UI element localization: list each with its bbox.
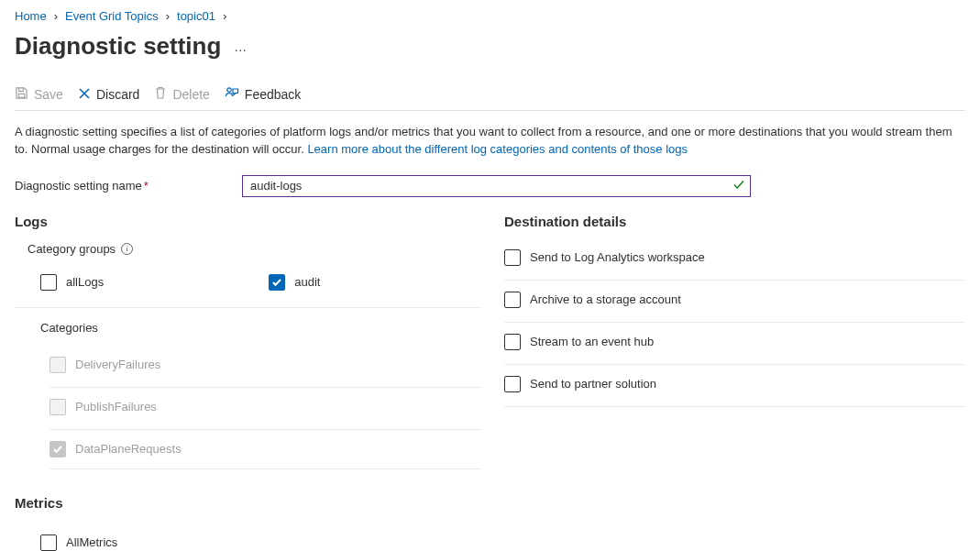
checkbox-alllogs[interactable]: allLogs (40, 274, 104, 291)
checkbox-icon (504, 249, 521, 266)
save-icon (15, 86, 28, 103)
chevron-right-icon: › (162, 9, 173, 23)
checkbox-icon (40, 274, 57, 291)
checkbox-label: PublishFailures (75, 400, 157, 413)
feedback-icon (225, 86, 239, 103)
category-groups-heading: Category groups i (15, 242, 482, 256)
checkbox-label: Stream to an event hub (530, 335, 654, 348)
breadcrumb-topic01[interactable]: topic01 (177, 9, 215, 23)
setting-name-input[interactable] (242, 175, 751, 197)
info-icon[interactable]: i (121, 243, 133, 255)
setting-name-label: Diagnostic setting name* (15, 179, 242, 193)
breadcrumb: Home › Event Grid Topics › topic01 › (15, 9, 965, 23)
checkbox-label: Send to Log Analytics workspace (530, 250, 705, 264)
discard-button[interactable]: Discard (78, 87, 139, 103)
save-button: Save (15, 86, 63, 103)
breadcrumb-event-grid-topics[interactable]: Event Grid Topics (65, 9, 159, 23)
logs-heading: Logs (15, 214, 482, 229)
chevron-right-icon: › (219, 9, 230, 23)
metrics-heading: Metrics (15, 495, 482, 511)
breadcrumb-home[interactable]: Home (15, 9, 47, 23)
checkbox-label: DataPlaneRequests (75, 442, 182, 456)
checkbox-label: Archive to a storage account (530, 292, 681, 306)
checkbox-icon (50, 357, 66, 373)
close-icon (78, 87, 91, 103)
checkbox-dest-storage[interactable]: Archive to a storage account (504, 292, 681, 308)
checkbox-label: DeliveryFailures (75, 358, 160, 371)
more-options-button[interactable]: … (234, 39, 248, 54)
feedback-button[interactable]: Feedback (225, 86, 301, 103)
chevron-right-icon: › (50, 9, 61, 23)
checkbox-icon (504, 334, 521, 350)
save-button-label: Save (34, 87, 63, 102)
checkmark-icon (732, 178, 745, 193)
feedback-button-label: Feedback (245, 87, 301, 102)
checkbox-icon (504, 376, 521, 392)
checkbox-icon (50, 399, 66, 415)
delete-button-label: Delete (172, 87, 209, 102)
svg-point-1 (227, 88, 231, 92)
checkbox-publishfailures: PublishFailures (50, 399, 157, 415)
checkbox-audit[interactable]: audit (269, 274, 320, 291)
checkbox-icon (269, 274, 285, 291)
checkbox-dataplanerequests: DataPlaneRequests (50, 441, 182, 457)
checkbox-icon (50, 441, 66, 457)
checkbox-icon (40, 534, 57, 551)
discard-button-label: Discard (96, 87, 139, 102)
checkbox-label: AllMetrics (66, 535, 117, 549)
delete-button: Delete (154, 86, 209, 103)
checkbox-label: Send to partner solution (530, 377, 656, 391)
categories-heading: Categories (40, 321, 482, 335)
delete-icon (154, 86, 167, 103)
checkbox-dest-event-hub[interactable]: Stream to an event hub (504, 334, 654, 350)
checkbox-label: allLogs (66, 275, 104, 289)
checkbox-deliveryfailures: DeliveryFailures (50, 357, 160, 373)
toolbar: Save Discard Delete Feedback (15, 86, 965, 111)
checkbox-label: audit (294, 275, 320, 289)
learn-more-link[interactable]: Learn more about the different log categ… (307, 142, 688, 156)
required-indicator: * (144, 179, 149, 193)
destination-heading: Destination details (504, 214, 965, 229)
svg-rect-0 (18, 94, 25, 97)
checkbox-allmetrics[interactable]: AllMetrics (40, 534, 117, 551)
checkbox-dest-partner[interactable]: Send to partner solution (504, 376, 656, 392)
checkbox-dest-log-analytics[interactable]: Send to Log Analytics workspace (504, 249, 705, 266)
description-text: A diagnostic setting specifies a list of… (15, 124, 965, 159)
page-title: Diagnostic setting (15, 32, 221, 61)
checkbox-icon (504, 292, 521, 308)
